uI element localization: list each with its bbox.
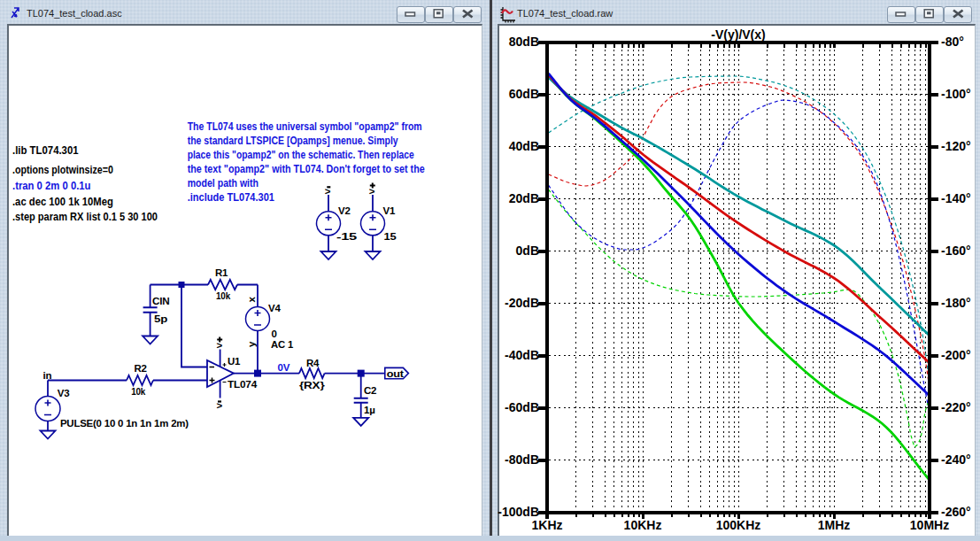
svg-text:80dB: 80dB [509, 35, 539, 49]
svg-text:.step param RX list 0.1 5 30 1: .step param RX list 0.1 5 30 100 [12, 211, 158, 223]
svg-text:x: x [246, 297, 257, 303]
svg-text:V1: V1 [383, 205, 396, 216]
svg-text:U1: U1 [228, 356, 241, 367]
svg-text:-20dB: -20dB [505, 296, 539, 310]
svg-text:-140°: -140° [941, 191, 971, 205]
svg-text:-80dB: -80dB [505, 452, 539, 467]
svg-text:the standard LTSPICE [Opamps]: the standard LTSPICE [Opamps] menue. Sim… [188, 135, 398, 147]
svg-text:.ac dec 100 1k 10Meg: .ac dec 100 1k 10Meg [12, 196, 113, 208]
svg-text:-220°: -220° [941, 400, 971, 414]
svg-text:60dB: 60dB [509, 87, 539, 101]
svg-text:-40dB: -40dB [505, 348, 539, 362]
svg-text:V3: V3 [58, 388, 70, 398]
svg-text:.options plotwinsize=0: .options plotwinsize=0 [12, 164, 113, 176]
svg-text:-100°: -100° [941, 87, 971, 101]
svg-text:1KHz: 1KHz [531, 518, 562, 532]
svg-text:5p: 5p [154, 313, 167, 324]
svg-text:-160°: -160° [941, 243, 971, 258]
svg-text:model path with: model path with [188, 177, 259, 189]
svg-text:1µ: 1µ [364, 405, 375, 415]
svg-text:-200°: -200° [941, 348, 971, 362]
svg-text:-60dB: -60dB [505, 400, 539, 414]
svg-text:.include TL074.301: .include TL074.301 [188, 191, 275, 204]
svg-text:-240°: -240° [941, 452, 971, 467]
svg-text:R4: R4 [306, 358, 320, 368]
svg-text:place this "opamp2" on the sch: place this "opamp2" on the schematic. Th… [188, 149, 414, 161]
svg-text:The TL074 uses the universal s: The TL074 uses the universal symbol "opa… [188, 120, 422, 133]
svg-text:R1: R1 [215, 267, 228, 278]
svg-text:10k: 10k [131, 386, 146, 397]
svg-text:10MHz: 10MHz [910, 518, 949, 532]
svg-text:y: y [246, 341, 257, 347]
svg-text:0: 0 [272, 328, 277, 339]
svg-text:PULSE(0 10 0 1n 1n 1m 2m): PULSE(0 10 0 1n 1n 1m 2m) [60, 418, 189, 429]
svg-text:TL074: TL074 [228, 379, 258, 390]
svg-text:-15: -15 [336, 231, 358, 242]
svg-text:20dB: 20dB [509, 191, 539, 205]
svg-text:-80°: -80° [941, 35, 964, 49]
svg-text:C2: C2 [364, 385, 376, 396]
svg-text:100KHz: 100KHz [716, 518, 761, 532]
svg-text:V2: V2 [338, 205, 351, 216]
svg-text:1MHz: 1MHz [818, 518, 851, 532]
svg-text:R2: R2 [134, 363, 146, 374]
svg-text:-260°: -260° [941, 505, 971, 519]
svg-text:the text "opamp2" with TL074.: the text "opamp2" with TL074. Don't forg… [188, 163, 425, 175]
svg-text:.lib TL074.301: .lib TL074.301 [12, 144, 79, 157]
svg-text:-120°: -120° [941, 139, 971, 153]
svg-text:out: out [387, 368, 404, 379]
svg-text:{RX}: {RX} [299, 380, 325, 390]
svg-text:in: in [42, 370, 51, 381]
svg-text:-V(y)/V(x): -V(y)/V(x) [711, 27, 765, 42]
svg-text:.tran 0 2m 0 0.1u: .tran 0 2m 0 0.1u [12, 180, 91, 192]
svg-text:0V: 0V [278, 362, 290, 373]
svg-text:CIN: CIN [152, 296, 170, 306]
svg-text:10KHz: 10KHz [624, 518, 662, 532]
svg-text:40dB: 40dB [509, 139, 539, 153]
svg-text:AC 1: AC 1 [271, 339, 294, 350]
svg-text:-180°: -180° [941, 296, 971, 310]
svg-text:-100dB: -100dB [498, 505, 539, 519]
svg-text:10k: 10k [216, 290, 231, 301]
svg-text:15: 15 [384, 231, 397, 242]
svg-text:V4: V4 [268, 303, 281, 313]
svg-text:0dB: 0dB [516, 243, 539, 258]
